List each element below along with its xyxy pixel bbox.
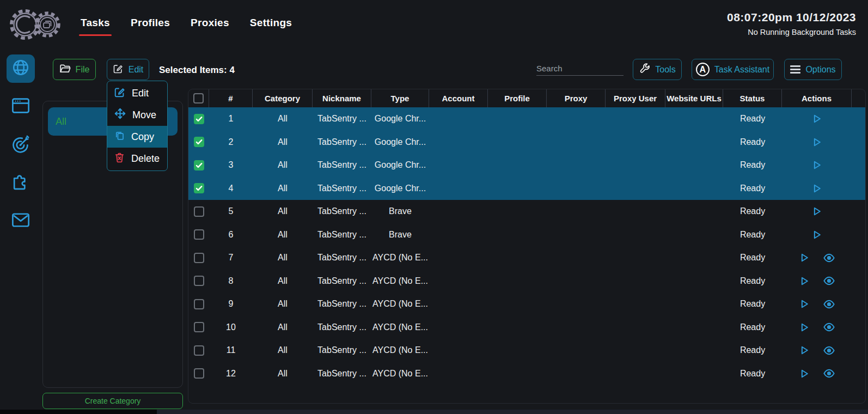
menu-item-label: Copy <box>131 131 154 143</box>
play-icon[interactable] <box>811 113 822 124</box>
edit-dropdown-menu: EditMoveCopyDelete <box>107 81 168 171</box>
row-cell: AYCD (No E... <box>371 322 429 332</box>
task-row[interactable]: 8AllTabSentry ...AYCD (No E...Ready <box>188 270 865 293</box>
category-item-label: All <box>56 116 66 127</box>
task-row[interactable]: 11AllTabSentry ...AYCD (No E...Ready <box>188 339 865 362</box>
tools-button[interactable]: Tools <box>633 59 682 80</box>
row-checkbox[interactable] <box>194 253 204 263</box>
background-tasks-status: No Running Background Tasks <box>727 28 856 36</box>
row-actions-cell <box>782 160 852 171</box>
app-logo-gears-icon <box>7 3 65 48</box>
task-row[interactable]: 4AllTabSentry ...Google Chr...Ready <box>188 177 865 200</box>
row-checkbox[interactable] <box>194 322 204 332</box>
row-cell: Ready <box>723 345 782 355</box>
select-all-checkbox[interactable] <box>193 93 204 104</box>
row-checkbox[interactable] <box>194 137 204 147</box>
row-checkbox[interactable] <box>194 206 204 217</box>
menu-item-move[interactable]: Move <box>107 104 167 126</box>
menu-item-copy[interactable]: Copy <box>107 126 167 148</box>
task-row[interactable]: 2AllTabSentry ...Google Chr...Ready <box>188 131 865 154</box>
puzzle-piece-icon <box>11 172 30 194</box>
row-checkbox[interactable] <box>194 276 204 286</box>
horizontal-scrollbar-thumb[interactable] <box>0 410 157 414</box>
rail-item-tasks[interactable] <box>7 54 35 83</box>
play-icon[interactable] <box>799 345 810 356</box>
column-header: Proxy User <box>606 89 665 107</box>
row-cell: 9 <box>209 299 253 309</box>
row-checkbox[interactable] <box>194 368 204 379</box>
nav-tab-proxies[interactable]: Proxies <box>191 17 229 29</box>
row-cell: TabSentry ... <box>313 345 371 355</box>
menu-item-delete[interactable]: Delete <box>107 148 167 169</box>
menu-item-edit[interactable]: Edit <box>107 82 167 104</box>
play-icon[interactable] <box>799 252 810 263</box>
search-input[interactable] <box>536 62 624 76</box>
header-select-all-cell[interactable] <box>188 89 209 107</box>
tasks-table: #CategoryNicknameTypeAccountProfileProxy… <box>188 89 866 404</box>
row-checkbox-cell <box>188 299 209 309</box>
task-row[interactable]: 7AllTabSentry ...AYCD (No E...Ready <box>188 246 865 270</box>
rail-item-integrations[interactable] <box>7 169 35 197</box>
row-cell: All <box>253 114 313 124</box>
row-cell: Ready <box>723 299 782 309</box>
row-cell: 6 <box>209 230 253 240</box>
row-checkbox-cell <box>188 114 209 124</box>
task-row[interactable]: 9AllTabSentry ...AYCD (No E...Ready <box>188 293 865 316</box>
column-header: Account <box>429 89 488 107</box>
eye-icon[interactable] <box>823 275 835 287</box>
nav-tab-profiles[interactable]: Profiles <box>131 17 170 29</box>
row-checkbox[interactable] <box>194 299 204 309</box>
row-cell: Google Chr... <box>371 184 429 193</box>
play-icon[interactable] <box>799 299 810 309</box>
nav-tab-tasks[interactable]: Tasks <box>81 17 110 29</box>
horizontal-scrollbar-track[interactable] <box>157 410 868 414</box>
row-cell: TabSentry ... <box>313 137 371 147</box>
row-cell: 11 <box>209 345 253 355</box>
play-icon[interactable] <box>811 229 822 240</box>
create-category-button[interactable]: Create Category <box>42 393 183 409</box>
header-scroll-gutter <box>852 89 865 107</box>
task-row[interactable]: 12AllTabSentry ...AYCD (No E...Ready <box>188 362 865 386</box>
row-checkbox[interactable] <box>194 183 204 193</box>
play-icon[interactable] <box>799 368 810 379</box>
row-checkbox[interactable] <box>194 229 204 240</box>
eye-icon[interactable] <box>823 321 835 333</box>
task-row[interactable]: 3AllTabSentry ...Google Chr...Ready <box>188 154 865 177</box>
rail-item-monitors[interactable] <box>7 131 35 159</box>
play-icon[interactable] <box>799 276 810 287</box>
play-icon[interactable] <box>811 160 822 171</box>
task-row[interactable]: 10AllTabSentry ...AYCD (No E...Ready <box>188 316 865 339</box>
rail-item-profiles[interactable] <box>7 93 35 121</box>
row-cell: 5 <box>209 206 253 216</box>
play-icon[interactable] <box>811 206 822 217</box>
row-cell: All <box>253 276 313 286</box>
row-cell: AYCD (No E... <box>371 253 429 263</box>
eye-icon[interactable] <box>823 367 835 380</box>
row-actions-cell <box>782 113 852 124</box>
task-assistant-label: Task Assistant <box>714 65 769 75</box>
play-icon[interactable] <box>811 137 822 148</box>
main-nav: TasksProfilesProxiesSettings <box>81 17 292 29</box>
nav-tab-settings[interactable]: Settings <box>250 17 292 29</box>
play-icon[interactable] <box>799 322 810 333</box>
eye-icon[interactable] <box>823 252 835 264</box>
eye-icon[interactable] <box>823 298 835 310</box>
file-button[interactable]: File <box>53 59 96 80</box>
target-dart-icon <box>11 134 30 156</box>
row-cell: TabSentry ... <box>313 322 371 332</box>
task-row[interactable]: 1AllTabSentry ...Google Chr...Ready <box>188 107 865 131</box>
options-button[interactable]: Options <box>784 59 842 80</box>
eye-icon[interactable] <box>823 344 835 357</box>
play-icon[interactable] <box>811 183 822 194</box>
row-checkbox[interactable] <box>194 345 204 356</box>
row-actions-cell <box>782 183 852 194</box>
row-checkbox[interactable] <box>194 114 204 124</box>
rail-item-messages[interactable] <box>7 207 35 235</box>
edit-button[interactable]: Edit <box>107 59 149 80</box>
task-assistant-button[interactable]: A Task Assistant <box>692 59 774 80</box>
edit-pencil-icon <box>114 86 126 101</box>
row-cell: 4 <box>209 184 253 193</box>
row-checkbox[interactable] <box>194 160 204 171</box>
task-row[interactable]: 5AllTabSentry ...BraveReady <box>188 200 865 223</box>
task-row[interactable]: 6AllTabSentry ...BraveReady <box>188 223 865 247</box>
